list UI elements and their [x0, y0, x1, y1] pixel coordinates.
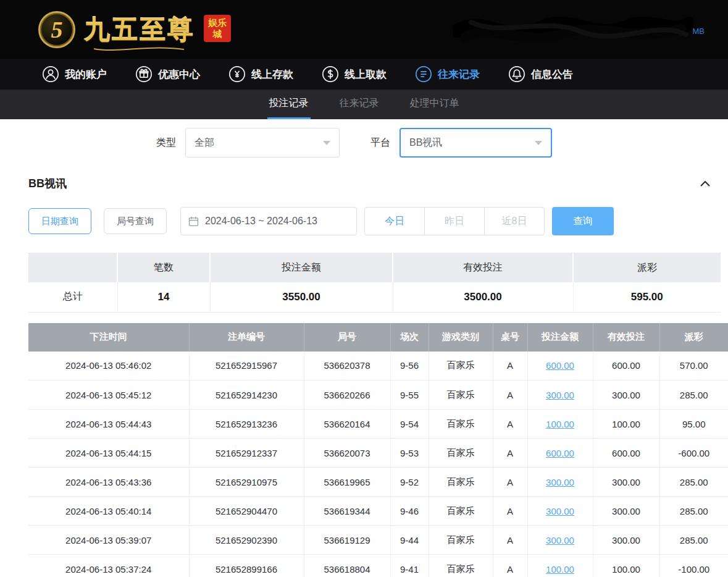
nav-item-transaction-records[interactable]: 往来记录 — [415, 65, 480, 83]
bet-records-table: 下注时间注单编号局号场次游戏类别桌号投注金额有效投注派彩 2024-06-13 … — [28, 323, 728, 577]
table-no-cell: A — [493, 555, 527, 577]
search-button[interactable]: 查询 — [552, 207, 614, 235]
bet-amount-link[interactable]: 300.00 — [546, 477, 574, 487]
bet-time-cell: 2024-06-13 05:43:36 — [28, 468, 189, 497]
valid-bet-cell: 300.00 — [593, 526, 659, 555]
payout-cell: 285.00 — [659, 497, 728, 526]
bet-amount-cell: 600.00 — [527, 439, 593, 468]
bet-amount-link[interactable]: 300.00 — [546, 390, 574, 400]
bet-table-head-row: 下注时间注单编号局号场次游戏类别桌号投注金额有效投注派彩 — [28, 323, 728, 352]
collapse-section-button[interactable] — [700, 180, 711, 187]
chevron-down-icon — [535, 141, 542, 145]
logo-title: 九五至尊 — [84, 12, 195, 47]
yesterday-button[interactable]: 昨日 — [424, 207, 485, 235]
nav-item-announcements[interactable]: 信息公告 — [508, 65, 573, 83]
game-type-cell: 百家乐 — [429, 555, 493, 577]
nav-item-withdraw[interactable]: 线上取款 — [322, 65, 387, 83]
game-type-cell: 百家乐 — [429, 352, 493, 381]
session-cell: 9-44 — [390, 526, 429, 555]
payout-cell: 95.00 — [659, 410, 728, 439]
section-header: BB视讯 — [28, 176, 711, 191]
valid-bet-cell: 300.00 — [593, 497, 659, 526]
session-cell: 9-54 — [390, 410, 429, 439]
bet-amount-link[interactable]: 600.00 — [546, 448, 574, 458]
round-no-cell: 536620266 — [304, 381, 390, 410]
date-range-picker[interactable]: 2024-06-13 ~ 2024-06-13 — [180, 207, 357, 235]
bet-amount-cell: 100.00 — [527, 410, 593, 439]
nav-item-label: 线上取款 — [345, 67, 387, 82]
summary-header-payout: 派彩 — [573, 253, 721, 282]
round-no-cell: 536620378 — [304, 352, 390, 381]
valid-bet-cell: 600.00 — [593, 352, 659, 381]
nav-item-deposit[interactable]: 线上存款 — [228, 65, 293, 83]
session-cell: 9-41 — [390, 555, 429, 577]
logo-text-wrap: 九五至尊 — [84, 12, 195, 47]
session-cell: 9-53 — [390, 439, 429, 468]
session-cell: 9-52 — [390, 468, 429, 497]
nav-item-my-account[interactable]: 我的账户 — [42, 65, 107, 83]
today-button[interactable]: 今日 — [364, 207, 425, 235]
payout-cell: 570.00 — [659, 352, 728, 381]
tab-processing-orders[interactable]: 处理中订单 — [408, 90, 461, 119]
bet-table-body: 2024-06-13 05:46:02521652915967536620378… — [28, 352, 728, 577]
bet-amount-link[interactable]: 300.00 — [546, 535, 574, 545]
bet-amount-link[interactable]: 100.00 — [546, 419, 574, 429]
bet-amount-cell: 100.00 — [527, 555, 593, 577]
bet-time-cell: 2024-06-13 05:40:14 — [28, 497, 189, 526]
table-no-cell: A — [493, 468, 527, 497]
round-no-cell: 536618804 — [304, 555, 390, 577]
bet-time-cell: 2024-06-13 05:44:15 — [28, 439, 189, 468]
logo-badge: 娱乐 城 — [204, 15, 231, 42]
site-logo[interactable]: 5 九五至尊 娱乐 城 — [38, 11, 231, 48]
bet-amount-cell: 300.00 — [527, 381, 593, 410]
payout-cell: 285.00 — [659, 526, 728, 555]
nav-item-label: 往来记录 — [438, 67, 480, 82]
payout-cell: 285.00 — [659, 468, 728, 497]
type-select[interactable]: 全部 — [185, 128, 340, 158]
bet-row: 2024-06-13 05:46:02521652915967536620378… — [28, 352, 728, 381]
round-query-button[interactable]: 局号查询 — [104, 208, 167, 234]
bet-amount-link[interactable]: 100.00 — [546, 564, 574, 575]
query-toolbar: 日期查询 局号查询 2024-06-13 ~ 2024-06-13 今日 昨日 … — [28, 207, 728, 235]
game-type-cell: 百家乐 — [429, 526, 493, 555]
round-no-cell: 536619965 — [304, 468, 390, 497]
summary-total-label: 总计 — [28, 282, 117, 312]
tab-betting-records[interactable]: 投注记录 — [267, 90, 311, 119]
announcement-icon — [508, 65, 525, 83]
table-no-cell: A — [493, 381, 527, 410]
nav-item-promotions[interactable]: 优惠中心 — [135, 65, 200, 83]
type-select-value: 全部 — [195, 137, 214, 150]
bet-id-cell: 521652913236 — [189, 410, 304, 439]
bet-row: 2024-06-13 05:44:15521652912337536620073… — [28, 439, 728, 468]
bet-row: 2024-06-13 05:43:36521652910975536619965… — [28, 468, 728, 497]
table-no-cell: A — [493, 352, 527, 381]
bet-row: 2024-06-13 05:39:07521652902390536619129… — [28, 526, 728, 555]
bet-amount-link[interactable]: 600.00 — [546, 360, 574, 371]
bet-amount-cell: 300.00 — [527, 526, 593, 555]
redaction-scribble — [453, 10, 693, 49]
summary-header-valid-bet: 有效投注 — [393, 253, 573, 282]
logo-flourish — [93, 45, 185, 53]
summary-count-value: 14 — [117, 282, 210, 312]
bet-column-header: 局号 — [304, 323, 390, 352]
logo-badge-line1: 娱乐 — [208, 17, 227, 28]
sub-nav: 投注记录 往来记录 处理中订单 — [0, 90, 728, 119]
payout-cell: -100.00 — [659, 555, 728, 577]
nav-item-label: 优惠中心 — [158, 67, 200, 82]
bet-row: 2024-06-13 05:37:24521652899166536618804… — [28, 555, 728, 577]
section-title: BB视讯 — [28, 176, 67, 191]
withdraw-icon — [322, 65, 339, 83]
bet-amount-link[interactable]: 300.00 — [546, 506, 574, 516]
platform-select[interactable]: BB视讯 — [400, 128, 552, 158]
last-8-days-button[interactable]: 近8日 — [484, 207, 545, 235]
user-icon — [42, 65, 59, 83]
date-query-button[interactable]: 日期查询 — [28, 208, 91, 234]
game-type-cell: 百家乐 — [429, 410, 493, 439]
bet-column-header: 游戏类别 — [429, 323, 493, 352]
bet-amount-cell: 600.00 — [527, 352, 593, 381]
bet-row: 2024-06-13 05:40:14521652904470536619344… — [28, 497, 728, 526]
nav-item-label: 线上存款 — [251, 67, 293, 82]
tab-transaction-records[interactable]: 往来记录 — [338, 90, 381, 119]
table-no-cell: A — [493, 526, 527, 555]
logo-badge-line2: 城 — [208, 28, 227, 40]
